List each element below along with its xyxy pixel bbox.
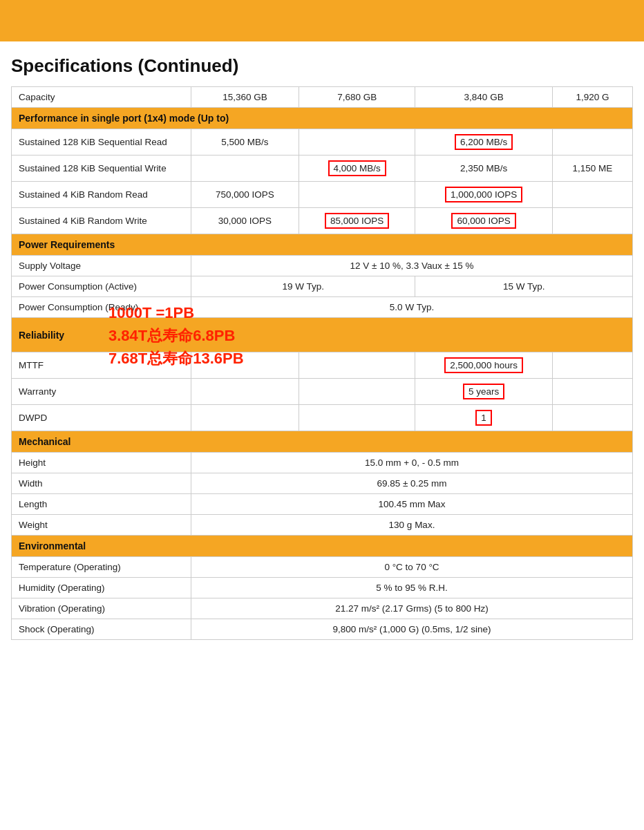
power-header-row: Power Requirements xyxy=(12,234,633,256)
rand-read-c1: 750,000 IOPS xyxy=(191,182,299,208)
mttf-label: MTTF xyxy=(12,352,191,379)
seq-read-c3-boxed: 6,200 MB/s xyxy=(455,134,513,150)
mttf-c4 xyxy=(552,352,632,379)
dwpd-c3: 1 xyxy=(415,405,552,431)
page-title: Specifications (Continued) xyxy=(11,55,633,77)
length-value: 100.45 mm Max xyxy=(191,494,633,515)
power-header: Power Requirements xyxy=(12,234,633,256)
seq-write-c4: 1,150 ME xyxy=(552,155,632,182)
dwpd-c1 xyxy=(191,405,299,431)
warranty-c2 xyxy=(299,379,415,405)
warranty-c4 xyxy=(552,379,632,405)
rand-write-c1: 30,000 IOPS xyxy=(191,208,299,234)
power-ready-label: Power Consumption (Ready) xyxy=(12,297,191,318)
height-row: Height 15.0 mm + 0, - 0.5 mm xyxy=(12,453,633,473)
dwpd-c3-boxed: 1 xyxy=(475,410,492,426)
rand-read-row: Sustained 4 KiB Random Read 750,000 IOPS… xyxy=(12,182,633,208)
rand-read-label: Sustained 4 KiB Random Read xyxy=(12,182,191,208)
warranty-c1 xyxy=(191,379,299,405)
page-content: Specifications (Continued) Capacity 15,3… xyxy=(0,41,644,651)
power-ready-row: Power Consumption (Ready) 5.0 W Typ. xyxy=(12,297,633,318)
warranty-c3: 5 years xyxy=(415,379,552,405)
seq-write-row: Sustained 128 KiB Sequential Write 4,000… xyxy=(12,155,633,182)
power-active-row: Power Consumption (Active) 19 W Typ. 15 … xyxy=(12,276,633,297)
rand-read-c3: 1,000,000 IOPS xyxy=(415,182,552,208)
capacity-row: Capacity 15,360 GB 7,680 GB 3,840 GB 1,9… xyxy=(12,87,633,108)
seq-write-c2: 4,000 MB/s xyxy=(299,155,415,182)
warranty-c3-boxed: 5 years xyxy=(463,384,504,399)
temp-label: Temperature (Operating) xyxy=(12,557,191,578)
temp-value: 0 °C to 70 °C xyxy=(191,557,633,578)
rand-write-c3-boxed: 60,000 IOPS xyxy=(451,213,515,229)
seq-read-c2 xyxy=(299,129,415,155)
environmental-header: Environmental xyxy=(12,536,633,557)
overlay-line2: 3.84T总寿命6.8PB xyxy=(108,323,244,346)
performance-header-row: Performance in single port (1x4) mode (U… xyxy=(12,108,633,129)
seq-write-c3: 2,350 MB/s xyxy=(415,155,552,182)
vibration-value: 21.27 m/s² (2.17 Grms) (5 to 800 Hz) xyxy=(191,598,633,619)
weight-label: Weight xyxy=(12,515,191,536)
mttf-c2 xyxy=(299,352,415,379)
weight-row: Weight 130 g Max. xyxy=(12,515,633,536)
rand-write-label: Sustained 4 KiB Random Write xyxy=(12,208,191,234)
reliability-header-cell: Reliability 1000T =1PB 3.84T总寿命6.8PB 7.6… xyxy=(12,318,633,352)
shock-label: Shock (Operating) xyxy=(12,619,191,640)
warranty-row: Warranty 5 years xyxy=(12,379,633,405)
reliability-header-row: Reliability 1000T =1PB 3.84T总寿命6.8PB 7.6… xyxy=(12,318,633,352)
temp-row: Temperature (Operating) 0 °C to 70 °C xyxy=(12,557,633,578)
seq-read-row: Sustained 128 KiB Sequential Read 5,500 … xyxy=(12,129,633,155)
seq-write-label: Sustained 128 KiB Sequential Write xyxy=(12,155,191,182)
width-value: 69.85 ± 0.25 mm xyxy=(191,473,633,494)
capacity-label: Capacity xyxy=(12,87,191,108)
power-ready-value: 5.0 W Typ. xyxy=(191,297,633,318)
seq-read-c1: 5,500 MB/s xyxy=(191,129,299,155)
mechanical-header-row: Mechanical xyxy=(12,431,633,453)
mttf-c3: 2,500,000 hours xyxy=(415,352,552,379)
shock-row: Shock (Operating) 9,800 m/s² (1,000 G) (… xyxy=(12,619,633,640)
height-label: Height xyxy=(12,453,191,473)
rand-read-c2 xyxy=(299,182,415,208)
length-row: Length 100.45 mm Max xyxy=(12,494,633,515)
mttf-row: MTTF 2,500,000 hours xyxy=(12,352,633,379)
supply-voltage-row: Supply Voltage 12 V ± 10 %, 3.3 Vaux ± 1… xyxy=(12,256,633,276)
mttf-c1 xyxy=(191,352,299,379)
rand-write-c2-boxed: 85,000 IOPS xyxy=(325,213,389,229)
capacity-c3: 3,840 GB xyxy=(415,87,552,108)
seq-read-c4 xyxy=(552,129,632,155)
mttf-c3-boxed: 2,500,000 hours xyxy=(444,357,523,373)
seq-read-label: Sustained 128 KiB Sequential Read xyxy=(12,129,191,155)
spec-table: Capacity 15,360 GB 7,680 GB 3,840 GB 1,9… xyxy=(11,86,633,640)
environmental-header-row: Environmental xyxy=(12,536,633,557)
capacity-c1: 15,360 GB xyxy=(191,87,299,108)
length-label: Length xyxy=(12,494,191,515)
seq-write-c2-boxed: 4,000 MB/s xyxy=(328,160,386,176)
seq-read-c3: 6,200 MB/s xyxy=(415,129,552,155)
height-value: 15.0 mm + 0, - 0.5 mm xyxy=(191,453,633,473)
vibration-label: Vibration (Operating) xyxy=(12,598,191,619)
rand-write-c4 xyxy=(552,208,632,234)
seq-write-c1 xyxy=(191,155,299,182)
rand-write-row: Sustained 4 KiB Random Write 30,000 IOPS… xyxy=(12,208,633,234)
rand-read-c3-boxed: 1,000,000 IOPS xyxy=(445,187,522,202)
dwpd-c4 xyxy=(552,405,632,431)
reliability-header-label: Reliability xyxy=(19,330,64,341)
dwpd-row: DWPD 1 xyxy=(12,405,633,431)
supply-voltage-value: 12 V ± 10 %, 3.3 Vaux ± 15 % xyxy=(191,256,633,276)
dwpd-label: DWPD xyxy=(12,405,191,431)
orange-header-bar xyxy=(0,0,644,41)
warranty-label: Warranty xyxy=(12,379,191,405)
capacity-c2: 7,680 GB xyxy=(299,87,415,108)
supply-voltage-label: Supply Voltage xyxy=(12,256,191,276)
power-active-c12: 19 W Typ. xyxy=(191,276,415,297)
humidity-row: Humidity (Operating) 5 % to 95 % R.H. xyxy=(12,578,633,598)
width-label: Width xyxy=(12,473,191,494)
humidity-value: 5 % to 95 % R.H. xyxy=(191,578,633,598)
vibration-row: Vibration (Operating) 21.27 m/s² (2.17 G… xyxy=(12,598,633,619)
rand-write-c3: 60,000 IOPS xyxy=(415,208,552,234)
power-active-label: Power Consumption (Active) xyxy=(12,276,191,297)
dwpd-c2 xyxy=(299,405,415,431)
rand-write-c2: 85,000 IOPS xyxy=(299,208,415,234)
width-row: Width 69.85 ± 0.25 mm xyxy=(12,473,633,494)
performance-header: Performance in single port (1x4) mode (U… xyxy=(12,108,633,129)
power-active-c34: 15 W Typ. xyxy=(415,276,633,297)
